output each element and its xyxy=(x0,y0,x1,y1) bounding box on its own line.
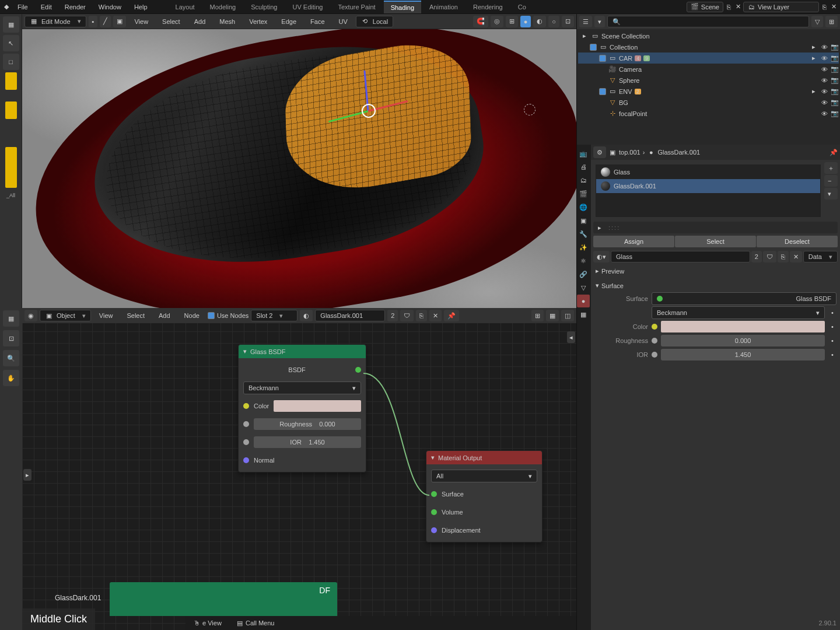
ptab-texture-icon[interactable]: ▦ xyxy=(577,308,590,321)
tab-shading[interactable]: Shading xyxy=(384,1,421,13)
node-matout-header[interactable]: ▾Material Output xyxy=(426,451,542,464)
ne-overlay-3-icon[interactable]: ◫ xyxy=(561,310,574,321)
mat-slot-glassdark[interactable]: GlassDark.001 xyxy=(596,179,820,193)
coll-enable-checkbox[interactable] xyxy=(599,55,606,62)
ne-menu-node[interactable]: Node xyxy=(178,310,205,321)
vp-menu-vertex[interactable]: Vertex xyxy=(243,16,273,27)
snap-toggle-icon[interactable]: 🧲 xyxy=(473,16,488,27)
ol-bg[interactable]: ▽BG👁📷 xyxy=(578,97,839,108)
socket-color-in[interactable] xyxy=(243,403,249,409)
tool-active-2[interactable] xyxy=(5,102,17,119)
eye-icon[interactable]: 👁 xyxy=(820,99,828,107)
p-rough-slider[interactable]: 0.000 xyxy=(661,335,825,346)
orientation-dropdown[interactable]: ⟲Local xyxy=(356,16,393,27)
vp-menu-uv[interactable]: UV xyxy=(333,16,354,27)
select-button[interactable]: Select xyxy=(675,236,756,247)
select-mode-vert-icon[interactable]: ▪ xyxy=(89,16,98,27)
tool-select-icon[interactable]: □ xyxy=(3,54,19,70)
slot-arrow-left[interactable]: ▸ xyxy=(598,224,601,232)
ol-collection[interactable]: ▭Collection▸👁📷 xyxy=(578,41,839,52)
camera-icon[interactable]: 📷 xyxy=(831,43,839,51)
pin-icon[interactable]: 📌 xyxy=(830,148,838,156)
select-mode-edge-icon[interactable]: ╱ xyxy=(100,16,111,27)
ptab-modifier-icon[interactable]: 🔧 xyxy=(577,228,590,240)
surface-shader-dropdown[interactable]: Glass BSDF xyxy=(652,292,836,305)
ptab-output-icon[interactable]: 🖨 xyxy=(577,160,590,173)
shading-wire-icon[interactable]: ⊡ xyxy=(562,16,574,27)
tab-animation[interactable]: Animation xyxy=(422,1,465,13)
scene-del-icon[interactable]: ✕ xyxy=(734,3,742,11)
scene-new-icon[interactable]: ⎘ xyxy=(724,3,733,11)
camera-icon[interactable]: 📷 xyxy=(831,54,839,62)
tab-modeling[interactable]: Modeling xyxy=(203,1,243,13)
eye-icon[interactable]: 👁 xyxy=(820,54,828,62)
vp-menu-edge[interactable]: Edge xyxy=(275,16,302,27)
node-glass-header[interactable]: ▾Glass BSDF xyxy=(239,345,366,358)
viewlayer-del-icon[interactable]: ✕ xyxy=(830,3,838,11)
editor-type-icon[interactable]: ▦ xyxy=(3,16,19,33)
link-dot-icon[interactable]: • xyxy=(828,309,836,317)
outliner-filter-icon[interactable]: ▽ xyxy=(811,16,823,27)
preview-panel-header[interactable]: ▸ Preview xyxy=(594,265,836,277)
bc-mat[interactable]: GlassDark.001 xyxy=(657,149,700,156)
prop-edit-icon[interactable]: ◎ xyxy=(491,16,503,27)
distribution-dropdown[interactable]: Beckmann▾ xyxy=(243,382,361,394)
ptab-material-icon[interactable]: ● xyxy=(577,295,590,307)
camera-icon[interactable]: 📷 xyxy=(831,110,839,118)
eye-icon[interactable]: 👁 xyxy=(820,76,828,85)
mat-new-icon[interactable]: ⎘ xyxy=(778,251,789,262)
camera-icon[interactable]: 📷 xyxy=(831,88,839,96)
ptab-object-icon[interactable]: ▣ xyxy=(577,214,590,227)
node-tool-search-icon[interactable]: 🔍 xyxy=(3,350,19,366)
p-color-swatch[interactable] xyxy=(661,321,825,332)
props-type-icon[interactable]: ⚙ xyxy=(593,146,606,158)
transform-gizmo[interactable] xyxy=(336,80,400,145)
mat-slot-add-icon[interactable]: ＋ xyxy=(824,162,838,174)
exclude-icon[interactable]: ▸ xyxy=(810,54,818,62)
ol-env[interactable]: ▭ENV2▸👁📷 xyxy=(578,86,839,97)
ne-menu-add[interactable]: Add xyxy=(153,310,176,321)
ne-menu-view[interactable]: View xyxy=(93,310,119,321)
ptab-particle-icon[interactable]: ✨ xyxy=(577,241,590,254)
3d-viewport[interactable]: ▦Edit Mode ▪ ╱ ▣ View Select Add Mesh Ve… xyxy=(22,14,576,308)
eye-icon[interactable]: 👁 xyxy=(820,88,828,96)
vp-menu-mesh[interactable]: Mesh xyxy=(214,16,241,27)
tab-texturepaint[interactable]: Texture Paint xyxy=(331,1,382,13)
mat-browse-icon[interactable]: ◐▾ xyxy=(593,251,610,262)
socket-disp-in[interactable] xyxy=(431,527,437,533)
node-material-output[interactable]: ▾Material Output All▾ Surface Volume Dis… xyxy=(426,450,542,542)
ptab-scene-icon[interactable]: 🎬 xyxy=(577,187,590,200)
ne-overlay-2-icon[interactable]: ▦ xyxy=(546,310,559,321)
tool-cursor-icon[interactable]: ↖ xyxy=(3,35,19,51)
ne-menu-select[interactable]: Select xyxy=(121,310,150,321)
ol-car[interactable]: ▭CAR49▸👁📷 xyxy=(578,52,839,64)
bc-obj[interactable]: top.001 xyxy=(619,149,640,156)
ptab-physics-icon[interactable]: ⚛ xyxy=(577,254,590,267)
mat-slot-menu-icon[interactable]: ▾ xyxy=(824,188,838,200)
outliner-tree[interactable]: ▸▭Scene Collection ▭Collection▸👁📷 ▭CAR49… xyxy=(577,29,840,145)
gizmo-center-icon[interactable] xyxy=(362,104,376,118)
menu-edit[interactable]: Edit xyxy=(35,1,58,13)
node-partially-visible[interactable]: DF xyxy=(110,582,337,616)
outliner-type-icon[interactable]: ☰ xyxy=(579,16,592,27)
shading-material-icon[interactable]: ◐ xyxy=(533,16,546,27)
ol-scene-collection[interactable]: ▸▭Scene Collection xyxy=(578,30,839,41)
tab-compositing[interactable]: Co xyxy=(511,1,533,13)
vp-menu-view[interactable]: View xyxy=(128,16,154,27)
node-glass-bsdf[interactable]: ▾Glass BSDF BSDF Beckmann▾ Color Roughne… xyxy=(238,344,366,473)
mat-newcopy-icon[interactable]: ⎘ xyxy=(416,310,427,321)
collapse-icon[interactable]: ▾ xyxy=(431,454,435,461)
outliner-search[interactable]: 🔍 xyxy=(607,16,809,27)
ol-camera[interactable]: 🎥Camera👁📷 xyxy=(578,64,839,75)
camera-icon[interactable]: 📷 xyxy=(831,99,839,107)
ne-sidebar-toggle-right[interactable]: ◂ xyxy=(567,331,575,343)
mat-fakeuser-icon[interactable]: 🛡 xyxy=(400,310,414,321)
camera-icon[interactable]: 📷 xyxy=(831,76,839,85)
shading-solid-icon[interactable]: ○ xyxy=(548,16,559,27)
roughness-slider[interactable]: Roughness 0.000 xyxy=(254,418,361,430)
ptab-constraint-icon[interactable]: 🔗 xyxy=(577,268,590,281)
socket-ior-in[interactable] xyxy=(243,439,249,445)
exclude-icon[interactable]: ▸ xyxy=(810,43,818,51)
output-target-dropdown[interactable]: All▾ xyxy=(431,470,537,482)
tab-rendering[interactable]: Rendering xyxy=(466,1,510,13)
